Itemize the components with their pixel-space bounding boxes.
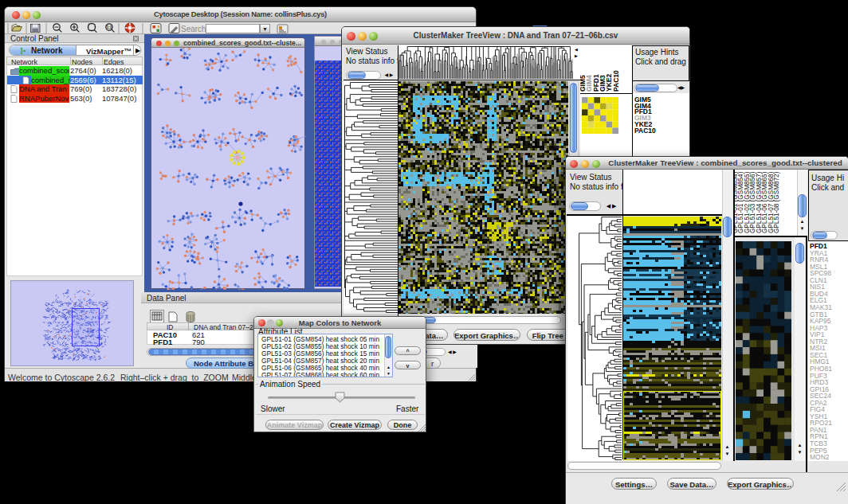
svg-text:1:1: 1:1 [106,25,112,29]
svg-text:PAC10: PAC10 [612,70,620,92]
svg-text:GPL51-08 (GSM872): GPL51-08 (GSM872) [773,171,780,233]
